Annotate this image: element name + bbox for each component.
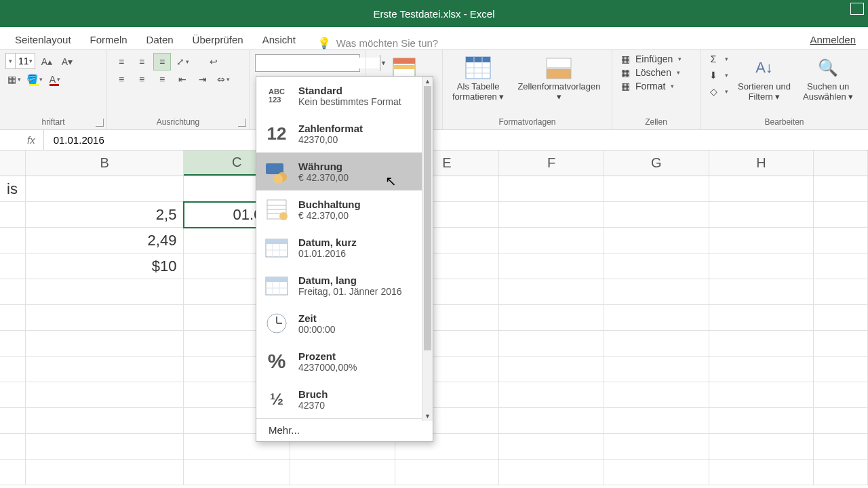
cell-F1[interactable] [499, 176, 604, 202]
formula-bar: fx 01.01.2016 [0, 130, 868, 150]
svg-point-18 [279, 212, 288, 220]
cell-A3[interactable] [0, 228, 26, 253]
number-format-item-standard[interactable]: ABC123StandardKein bestimmtes Format [256, 77, 422, 115]
decrease-font-icon[interactable]: A▾ [58, 53, 76, 70]
scroll-thumb[interactable] [424, 86, 431, 350]
merge-center-icon[interactable]: ⇔▾ [214, 70, 232, 88]
cell-B4[interactable]: $10 [26, 253, 184, 279]
borders-button[interactable]: ▦▾ [5, 70, 23, 88]
cell-G3[interactable] [604, 228, 709, 253]
align-middle-icon[interactable]: ≡ [133, 53, 151, 70]
cell-I4[interactable] [814, 253, 868, 279]
format-cells-button[interactable]: ▦Format▾ [618, 80, 694, 92]
cell-A2[interactable] [0, 202, 26, 228]
font-dialog-launcher-icon[interactable] [96, 119, 104, 127]
number-format-more[interactable]: Mehr... [256, 418, 433, 441]
number-format-item-zahlenformat[interactable]: 12Zahlenformat42370,00 [256, 115, 422, 152]
group-cells: ▦Einfügen▾ ▦Löschen▾ ▦Format▾ Zellen [612, 50, 701, 129]
ribbon: ▾ 11 ▾ A▴ A▾ ▦▾ 🪣▾ A▾ hriftart ≡ ≡ ≡ ⤢▾ … [0, 50, 868, 130]
cell-B2[interactable]: 2,5 [26, 202, 184, 228]
font-color-button[interactable]: A▾ [46, 70, 64, 88]
scroll-up-icon[interactable]: ▲ [422, 77, 433, 86]
cell-styles-button[interactable]: Zellenformatvorlagen ▾ [513, 53, 604, 103]
sort-filter-button[interactable]: A↓ Sortieren und Filtern ▾ [734, 53, 795, 103]
indent-increase-icon[interactable]: ⇥ [194, 70, 212, 88]
tell-me-label: Was möchten Sie tun? [336, 37, 438, 49]
number-format-item-bruch[interactable]: ½Bruch42370 [256, 380, 422, 418]
cell-I3[interactable] [814, 228, 868, 253]
number-format-item-datum-lang[interactable]: Datum, langFreitag, 01. Jänner 2016 [256, 266, 422, 304]
number-format-item-prozent[interactable]: %Prozent4237000,00% [256, 342, 422, 380]
tab-review[interactable]: Überprüfen [183, 30, 253, 49]
col-G[interactable]: G [604, 150, 709, 176]
clear-button[interactable]: ◇▾ [706, 85, 730, 98]
tab-page-layout[interactable]: Seitenlayout [5, 30, 81, 49]
fill-color-button[interactable]: 🪣▾ [26, 70, 43, 88]
nf-sample: 00:00:00 [298, 324, 336, 335]
row-4: $10 [0, 253, 868, 279]
number-format-input[interactable] [256, 58, 380, 68]
cell-H1[interactable] [709, 176, 814, 202]
col-B[interactable]: B [26, 150, 184, 176]
orientation-icon[interactable]: ⤢▾ [174, 53, 191, 70]
number-format-combo[interactable]: ▼ [255, 54, 360, 72]
delete-cells-button[interactable]: ▦Löschen▾ [618, 66, 694, 79]
svg-rect-10 [547, 69, 571, 79]
find-select-button[interactable]: 🔍 Suchen un Auswählen ▾ [799, 53, 857, 103]
sign-in-link[interactable]: Anmelden [810, 34, 856, 49]
wrap-text-icon[interactable]: ↩ [205, 53, 222, 70]
sheet-grid[interactable]: B C E F G H is 2,5 01.01.2 [0, 150, 868, 485]
col-F[interactable]: F [499, 150, 604, 176]
font-size-combo[interactable]: ▾ 11 ▾ [5, 53, 35, 69]
insert-cells-button[interactable]: ▦Einfügen▾ [618, 53, 694, 65]
number-format-item-datum-kurz[interactable]: Datum, kurz01.01.2016 [256, 228, 422, 266]
tab-data[interactable]: Daten [137, 30, 183, 49]
row-2: 2,5 01.01.2 [0, 202, 868, 228]
tab-formulas[interactable]: Formeln [81, 30, 137, 49]
number-format-item-buchhaltung[interactable]: Buchhaltung€ 42.370,00 [256, 190, 422, 228]
restore-window-icon[interactable] [850, 3, 864, 15]
svg-rect-1 [393, 58, 415, 64]
col-H[interactable]: H [709, 150, 814, 176]
cell-G4[interactable] [604, 253, 709, 279]
formula-value[interactable]: 01.01.2016 [44, 134, 114, 146]
cell-A4[interactable] [0, 253, 26, 279]
cell-H4[interactable] [709, 253, 814, 279]
cell-H2[interactable] [709, 202, 814, 228]
cell-F4[interactable] [499, 253, 604, 279]
col-I[interactable] [814, 150, 868, 176]
align-right-icon[interactable]: ≡ [153, 70, 171, 88]
nf-icon: ½ [263, 386, 290, 413]
tab-view[interactable]: Ansicht [253, 30, 305, 49]
cell-F2[interactable] [499, 202, 604, 228]
find-select-icon: 🔍 [814, 54, 842, 81]
format-as-table-button[interactable]: Als Tabelle formatieren ▾ [448, 53, 508, 103]
cell-G1[interactable] [604, 176, 709, 202]
scroll-down-icon[interactable]: ▼ [422, 411, 433, 421]
align-top-icon[interactable]: ≡ [113, 53, 130, 70]
number-format-item-w-hrung[interactable]: Währung€ 42.370,00 [256, 152, 422, 190]
tell-me[interactable]: 💡 Was möchten Sie tun? [317, 37, 438, 49]
cell-A1[interactable]: is [0, 176, 26, 202]
alignment-dialog-launcher-icon[interactable] [238, 119, 246, 127]
cell-B1[interactable] [26, 176, 184, 202]
nf-sample: € 42.370,00 [298, 172, 349, 183]
fill-button[interactable]: ⬇▾ [706, 69, 730, 81]
align-bottom-icon[interactable]: ≡ [153, 53, 171, 70]
cell-I2[interactable] [814, 202, 868, 228]
insert-cells-icon: ▦ [619, 54, 631, 64]
dropdown-scrollbar[interactable]: ▲ ▼ [422, 77, 433, 421]
increase-font-icon[interactable]: A▴ [38, 53, 56, 70]
cell-B3[interactable]: 2,49 [26, 228, 184, 253]
cell-I1[interactable] [814, 176, 868, 202]
align-left-icon[interactable]: ≡ [113, 70, 130, 88]
cell-F3[interactable] [499, 228, 604, 253]
cell-G2[interactable] [604, 202, 709, 228]
cell-H3[interactable] [709, 228, 814, 253]
col-A[interactable] [0, 150, 26, 176]
indent-decrease-icon[interactable]: ⇤ [174, 70, 191, 88]
fx-label[interactable]: fx [19, 130, 44, 150]
align-center-icon[interactable]: ≡ [133, 70, 151, 88]
number-format-item-zeit[interactable]: Zeit00:00:00 [256, 304, 422, 342]
autosum-button[interactable]: Σ▾ [706, 53, 730, 65]
